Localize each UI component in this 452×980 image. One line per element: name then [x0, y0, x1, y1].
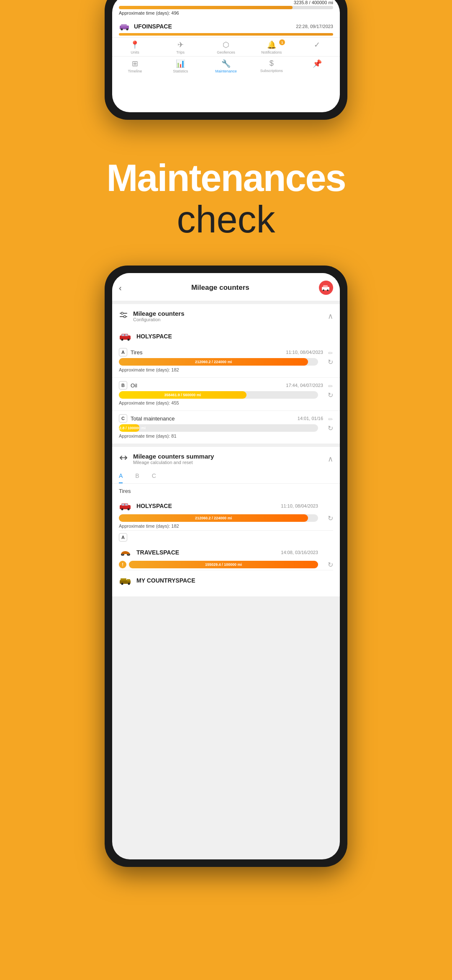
summary-unit-name-holyspace: HOLYSPACE [136, 503, 172, 509]
svg-point-7 [327, 289, 329, 291]
nav-item-geofences[interactable]: ⬡ Geofences [203, 39, 249, 55]
summary-collapse-toggle[interactable]: ∧ [328, 454, 333, 464]
summary-unit-countryspace: MY COUNTRYSPACE [112, 570, 340, 596]
summary-bar-fill-holyspace: 212060.2 / 224000 mi [119, 514, 308, 522]
unit-name-holyspace: HOLYSPACE [136, 333, 172, 340]
maint-bar-bg-oil: 358461.9 / 560000 mi [119, 391, 318, 399]
svg-point-15 [128, 339, 130, 341]
section-header-mileage: Mileage counters Configuration ∧ [112, 304, 340, 326]
screen-header: ‹ Mileage counters [112, 273, 340, 301]
summary-unit-date-holyspace: 11:10, 08/04/2023 [281, 503, 333, 508]
maint-bar-area-oil: 358461.9 / 560000 mi ↻ [119, 391, 333, 399]
maint-date-tires: 11:10, 08/04/2023 [286, 350, 333, 355]
maint-reset-icon-oil[interactable]: ↻ [328, 391, 333, 399]
section-title-mileage: Mileage counters [133, 310, 185, 317]
section-collapse-toggle[interactable]: ∧ [328, 312, 333, 321]
summary-unit-travelspace: TRAVELSPACE 14:08, 03/16/2023 ! 155029.4… [112, 542, 340, 570]
svg-point-6 [323, 289, 324, 291]
nav-label-units: Units [131, 50, 139, 54]
maint-item-tires: A Tires 11:10, 08/04/2023 212060.2 / 224… [112, 345, 340, 378]
svg-rect-22 [122, 504, 124, 505]
summary-approx-holyspace: Approximate time (days): 182 [119, 524, 333, 529]
config-icon [119, 310, 128, 322]
nav-item-maintenance[interactable]: 🔧 Maintenance [203, 58, 249, 74]
svg-rect-16 [122, 334, 124, 336]
top-phone: 3235.8 / 400000 mi Approximate time (day… [105, 0, 347, 120]
edit-icon-total[interactable]: ✏ [328, 416, 333, 423]
nav-item-timeline[interactable]: ⊞ Timeline [112, 58, 158, 74]
summary-unit-name-row-travelspace: TRAVELSPACE 14:08, 03/16/2023 [119, 546, 333, 559]
svg-point-11 [124, 316, 126, 318]
maint-letter-a: A [119, 348, 127, 356]
summary-unit-name-travelspace: TRAVELSPACE [136, 549, 179, 556]
pin-icon: 📌 [313, 59, 322, 68]
maint-bar-fill-tires: 212060.2 / 224000 mi [119, 358, 308, 366]
summary-tab-label: Tires [112, 484, 340, 496]
unit-vehicle-icon [119, 22, 131, 31]
summary-unit-name-row-holyspace: HOLYSPACE 11:10, 08/04/2023 [119, 499, 333, 513]
nav-item-units[interactable]: 📍 Units [112, 39, 158, 55]
svg-point-31 [121, 583, 123, 585]
approx-text: Approximate time (days): 496 [119, 10, 333, 15]
summary-reset-icon-holyspace[interactable]: ↻ [328, 514, 333, 522]
maint-letter-c: C [119, 414, 127, 423]
hero-title: Maintenances [17, 157, 435, 199]
summary-bar-label-travelspace: 155029.4 / 100000 mi [205, 562, 242, 567]
summary-tab-a[interactable]: A [119, 472, 123, 483]
location-icon: 📍 [130, 40, 139, 49]
timeline-icon: ⊞ [132, 59, 138, 68]
hero-subtitle: check [17, 199, 435, 240]
summary-bar-area-holyspace: 212060.2 / 224000 mi ↻ [119, 514, 333, 522]
summary-tabs: A B C [112, 469, 340, 484]
summary-reset-icon-travelspace[interactable]: ↻ [328, 561, 333, 569]
section-header-summary: Mileage counters summary Mileage calcula… [112, 447, 340, 469]
summary-bar-bg-travelspace: 155029.4 / 100000 mi [129, 561, 318, 568]
maintenance-icon: 🔧 [221, 59, 231, 68]
maint-bar-label-total: 8762.8 / 100000 mi [113, 426, 146, 430]
nav-item-pin[interactable]: 📌 [294, 58, 340, 74]
summary-icon [119, 453, 128, 464]
nav-item-check[interactable]: ✓ [294, 39, 340, 55]
mileage-text: 3235.8 / 400000 mi [119, 0, 333, 5]
edit-icon-tires[interactable]: ✏ [328, 350, 333, 356]
nav-item-subscriptions[interactable]: $ Subscriptions [249, 58, 294, 74]
section-title-summary: Mileage counters summary [133, 453, 214, 460]
maint-date-oil: 17:44, 04/07/2023 [286, 383, 333, 388]
svg-rect-5 [323, 285, 328, 287]
unit-holyspace-entry: HOLYSPACE [112, 326, 340, 345]
summary-unit-date-travelspace: 14:08, 03/16/2023 [281, 550, 333, 555]
maint-bar-label-oil: 358461.9 / 560000 mi [164, 393, 201, 397]
unit-date: 22:28, 09/17/2023 [296, 24, 333, 29]
nav-item-notifications[interactable]: 🔔 1 Notifications [249, 39, 294, 55]
maint-bar-bg-total: 8762.8 / 100000 mi [119, 424, 318, 432]
summary-tab-c[interactable]: C [152, 472, 156, 483]
svg-point-32 [128, 583, 130, 585]
maint-item-total: C Total maintenance 14:01, 01/16 8762.8 … [112, 411, 340, 444]
svg-point-20 [121, 508, 123, 511]
mileage-summary-section: Mileage counters summary Mileage calcula… [112, 447, 340, 596]
section-subtitle-mileage: Configuration [133, 317, 185, 322]
maint-item-oil: B Oil 17:44, 04/07/2023 358461.9 / 56000… [112, 378, 340, 411]
hero-section: Maintenances check [0, 132, 452, 266]
nav-item-trips[interactable]: ✈ Trips [158, 39, 203, 55]
svg-point-14 [121, 339, 123, 341]
edit-icon-oil[interactable]: ✏ [328, 383, 333, 389]
unit-name: UFOINSPACE [134, 23, 172, 30]
maint-bar-bg-tires: 212060.2 / 224000 mi [119, 358, 318, 366]
approx-tires: Approximate time (days): 182 [119, 367, 333, 372]
summary-tab-b[interactable]: B [135, 472, 139, 483]
screen-title: Mileage counters [122, 284, 319, 292]
nav-item-statistics[interactable]: 📊 Statistics [158, 58, 203, 74]
maint-reset-icon-tires[interactable]: ↻ [328, 358, 333, 366]
unit-progress-bar [119, 33, 333, 36]
nav-row-1: 📍 Units ✈ Trips ⬡ Geofences 🔔 1 Notifica… [112, 37, 340, 56]
trips-icon: ✈ [177, 40, 184, 49]
nav-label-subscriptions: Subscriptions [260, 69, 283, 73]
back-button[interactable]: ‹ [119, 283, 122, 293]
maint-reset-icon-total[interactable]: ↻ [328, 424, 333, 432]
warning-icon-inner: ! [122, 562, 123, 567]
svg-point-2 [121, 28, 123, 31]
maint-name-oil: Oil [131, 382, 137, 389]
summary-bar-fill-travelspace: 155029.4 / 100000 mi [129, 561, 318, 568]
unit-avatar-icon [319, 281, 333, 295]
